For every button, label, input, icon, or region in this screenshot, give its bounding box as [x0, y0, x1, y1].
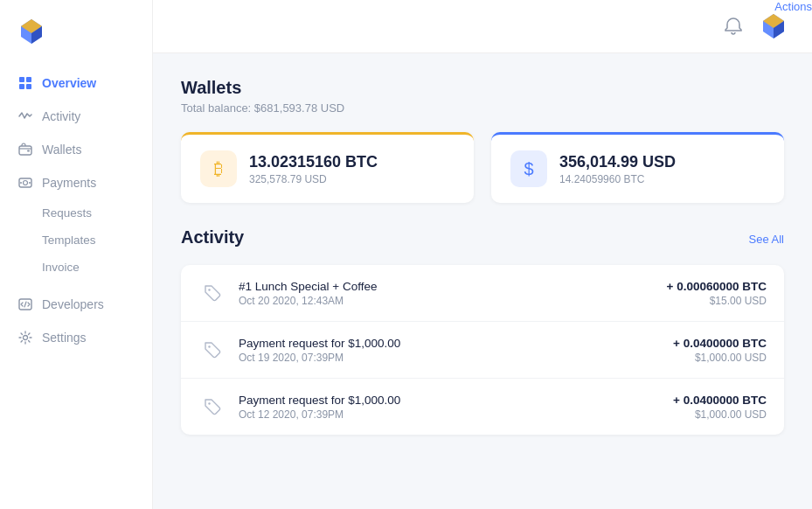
developers-icon — [17, 296, 33, 312]
svg-rect-4 — [26, 77, 31, 82]
activity-tag-icon — [198, 393, 226, 421]
activity-item-left: #1 Lunch Special + Coffee Oct 20 2020, 1… — [198, 279, 378, 307]
grid-icon — [17, 75, 33, 91]
sidebar-item-payments-label: Payments — [42, 176, 96, 190]
activity-item: Payment request for $1,000.00 Oct 19 202… — [181, 322, 784, 379]
usd-wallet-card[interactable]: $ 356,014.99 USD 14.24059960 BTC — [491, 132, 784, 203]
main-content: Wallets Total balance: $681,593.78 USD A… — [153, 0, 812, 509]
wallets-section: Wallets Total balance: $681,593.78 USD A… — [181, 78, 784, 203]
btc-wallet-amount: 13.02315160 BTC — [249, 153, 378, 171]
svg-point-18 — [208, 289, 210, 290]
svg-rect-3 — [19, 77, 24, 82]
user-avatar[interactable] — [760, 12, 788, 40]
total-balance-value: $681,593.78 USD — [254, 101, 344, 115]
activity-item-left: Payment request for $1,000.00 Oct 12 202… — [198, 393, 400, 421]
activity-section: Activity See All #1 Lunch Speci — [181, 227, 784, 435]
sidebar-item-overview-label: Overview — [42, 76, 96, 90]
sidebar-item-requests[interactable]: Requests — [0, 199, 152, 227]
activity-item: Payment request for $1,000.00 Oct 12 202… — [181, 379, 784, 435]
wallets-title: Wallets — [181, 78, 344, 98]
activity-list: #1 Lunch Special + Coffee Oct 20 2020, 1… — [181, 265, 784, 435]
page-content: Wallets Total balance: $681,593.78 USD A… — [153, 53, 812, 509]
settings-icon — [17, 330, 33, 345]
svg-point-20 — [208, 402, 210, 404]
sidebar-item-templates-label: Templates — [42, 234, 96, 247]
activity-item-btc: + 0.0400000 BTC — [673, 337, 767, 350]
activity-item-usd: $1,000.00 USD — [673, 352, 767, 364]
usd-wallet-amount: 356,014.99 USD — [559, 153, 676, 171]
wallet-icon — [17, 142, 33, 157]
activity-item-right: + 0.00060000 BTC $15.00 USD — [667, 280, 767, 307]
activity-title: Activity — [181, 227, 244, 248]
btc-wallet-info: 13.02315160 BTC 325,578.79 USD — [249, 153, 378, 185]
sidebar-item-activity-label: Activity — [42, 109, 80, 123]
activity-item-date: Oct 19 2020, 07:39PM — [239, 352, 400, 364]
btc-icon-symbol: ₿ — [214, 159, 223, 179]
btc-wallet-card[interactable]: ₿ 13.02315160 BTC 325,578.79 USD — [181, 132, 474, 203]
header — [153, 0, 812, 53]
activity-item-name: Payment request for $1,000.00 — [239, 337, 400, 350]
btc-wallet-icon: ₿ — [200, 150, 237, 187]
activity-item-usd: $15.00 USD — [667, 295, 767, 307]
total-balance: Total balance: $681,593.78 USD — [181, 101, 344, 115]
usd-icon-symbol: $ — [524, 159, 533, 179]
svg-point-19 — [208, 345, 210, 347]
sidebar-item-activity[interactable]: Activity — [0, 100, 152, 133]
activity-item-date: Oct 20 2020, 12:43AM — [239, 295, 378, 307]
sidebar-item-invoice-label: Invoice — [42, 261, 80, 274]
activity-tag-icon — [198, 279, 226, 307]
sidebar-item-wallets[interactable]: Wallets — [0, 133, 152, 166]
svg-point-12 — [29, 182, 31, 184]
activity-item-btc: + 0.0400000 BTC — [673, 394, 767, 407]
usd-wallet-sub: 14.24059960 BTC — [559, 173, 676, 185]
activity-item-btc: + 0.00060000 BTC — [667, 280, 767, 293]
svg-rect-7 — [19, 146, 31, 155]
activity-item-name: #1 Lunch Special + Coffee — [239, 280, 378, 293]
sidebar-item-developers[interactable]: Developers — [0, 288, 152, 321]
activity-item-info: Payment request for $1,000.00 Oct 19 202… — [239, 337, 400, 364]
sidebar-item-templates[interactable]: Templates — [0, 227, 152, 254]
svg-rect-6 — [26, 84, 31, 89]
activity-header: Activity See All — [181, 227, 784, 251]
see-all-link[interactable]: See All — [749, 233, 784, 246]
app-logo — [0, 17, 152, 66]
sidebar-navigation: Overview Activity Wallets — [0, 66, 152, 354]
activity-item-right: + 0.0400000 BTC $1,000.00 USD — [673, 337, 767, 364]
usd-wallet-info: 356,014.99 USD 14.24059960 BTC — [559, 153, 676, 185]
sidebar-item-settings-label: Settings — [42, 331, 87, 345]
btc-wallet-sub: 325,578.79 USD — [249, 173, 378, 185]
svg-point-10 — [24, 181, 28, 185]
svg-rect-5 — [19, 84, 24, 89]
sidebar-item-developers-label: Developers — [42, 297, 104, 311]
sidebar-item-invoice[interactable]: Invoice — [0, 254, 152, 281]
activity-item-left: Payment request for $1,000.00 Oct 19 202… — [198, 336, 400, 364]
activity-item: #1 Lunch Special + Coffee Oct 20 2020, 1… — [181, 265, 784, 322]
svg-point-14 — [24, 336, 28, 340]
wallets-header: Wallets Total balance: $681,593.78 USD A… — [181, 78, 784, 129]
wallets-title-group: Wallets Total balance: $681,593.78 USD — [181, 78, 344, 129]
sidebar-item-settings[interactable]: Settings — [0, 321, 152, 354]
total-balance-label: Total balance: — [181, 101, 251, 115]
activity-item-right: + 0.0400000 BTC $1,000.00 USD — [673, 394, 767, 421]
notifications-button[interactable] — [721, 14, 746, 38]
sidebar-item-wallets-label: Wallets — [42, 143, 81, 157]
sidebar-item-payments[interactable]: Payments — [0, 166, 152, 199]
svg-rect-8 — [27, 150, 30, 152]
activity-item-date: Oct 12 2020, 07:39PM — [239, 408, 400, 421]
activity-icon — [17, 108, 33, 124]
activity-tag-icon — [198, 336, 226, 364]
activity-item-usd: $1,000.00 USD — [673, 408, 767, 421]
sidebar-item-overview[interactable]: Overview — [0, 66, 152, 100]
sidebar-item-requests-label: Requests — [42, 206, 92, 220]
usd-wallet-icon: $ — [510, 150, 547, 187]
payments-icon — [17, 175, 33, 191]
wallets-row: ₿ 13.02315160 BTC 325,578.79 USD $ 356,0… — [181, 132, 784, 203]
svg-point-11 — [20, 182, 22, 184]
activity-item-info: #1 Lunch Special + Coffee Oct 20 2020, 1… — [239, 280, 378, 307]
sidebar: Overview Activity Wallets — [0, 0, 153, 509]
activity-item-info: Payment request for $1,000.00 Oct 12 202… — [239, 394, 400, 421]
activity-item-name: Payment request for $1,000.00 — [239, 394, 400, 407]
